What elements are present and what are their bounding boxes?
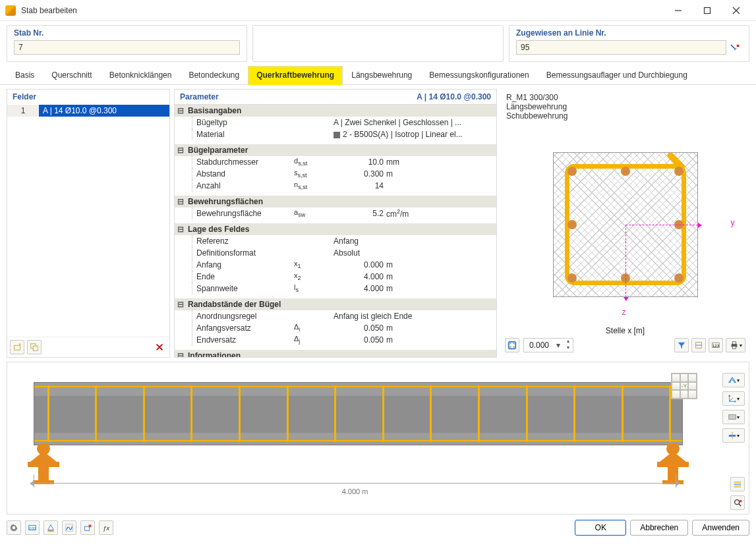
function-button[interactable]: ƒx [99,520,113,535]
axes-button[interactable]: ▾ [722,391,745,406]
delete-field-button[interactable] [152,340,167,354]
footer: 0.00 ƒx OK Abbrechen Anwenden [0,514,756,541]
param-row[interactable]: Abstandss,st0.300m [175,168,496,180]
field-row[interactable]: 1 A | 14 Ø10.0 @0.300 [7,105,169,117]
stirrup-icon [95,385,97,442]
param-row[interactable]: Material2 - B500S(A) | Isotrop | Linear … [175,128,496,140]
stab-nr-label: Stab Nr. [14,28,240,38]
dimension-line [34,483,676,484]
view-mode-button[interactable]: ▾ [722,373,745,387]
svg-rect-3 [33,346,38,350]
position-label: Stelle x [m] [505,326,745,335]
app-icon [5,5,16,16]
section-stirrup-mode-button[interactable] [505,338,519,352]
apply-button[interactable]: Anwenden [692,520,749,536]
stirrup-icon [239,385,241,442]
param-row[interactable]: BügeltypA | Zwei Schenkel | Geschlossen … [175,117,496,128]
close-button[interactable] [722,0,751,21]
section-preview-panel: R_M1 300/300 Längsbewehrung Schubbewehru… [501,89,749,358]
units-button[interactable]: 0.00 [25,520,40,535]
param-row[interactable]: ReferenzAnfang [175,235,496,247]
param-row[interactable]: DefinitionsformatAbsolut [175,247,496,259]
tab-bemessungskonfigurationen[interactable]: Bemessungskonfigurationen [421,66,537,84]
parameter-header-right: A | 14 Ø10.0 @0.300 [417,92,491,101]
ok-button[interactable]: OK [575,520,626,536]
rebar-icon [567,273,577,283]
support-left-icon [22,443,65,486]
param-row[interactable]: Bewehrungsflächeasw5.2cm2/m [175,208,496,219]
svg-rect-0 [705,7,711,13]
svg-rect-13 [732,342,736,345]
svg-point-5 [509,343,511,344]
param-section[interactable]: ⊟Bügelparameter [175,144,496,156]
stirrup-icon [430,385,432,442]
clear-results-button[interactable] [80,520,95,535]
line-nr-input[interactable] [516,40,726,55]
reset-zoom-button[interactable] [730,495,745,510]
chevron-down-icon[interactable]: ▾ [553,341,564,350]
line-nr-group: Zugewiesen an Linie Nr. [509,25,749,62]
step-down-icon[interactable]: ▾ [564,345,573,352]
print-button[interactable]: ▾ [726,338,745,352]
param-row[interactable]: Spannweitels4.000m [175,283,496,294]
stirrup-icon [478,385,480,442]
tab-querkraftbewehrung[interactable]: Querkraftbewehrung [248,66,343,85]
svg-rect-23 [729,415,736,420]
svg-text:123: 123 [712,343,720,348]
axis-y-label: y [731,218,735,227]
support-settings-button[interactable] [44,520,58,535]
filter-button[interactable] [674,338,689,352]
param-section[interactable]: ⊟Bewehrungsflächen [175,196,496,208]
result-settings-button[interactable] [62,520,76,535]
cancel-button[interactable]: Abbrechen [630,520,688,536]
tab-bemessungsauflager[interactable]: Bemessungsauflager und Durchbiegung [538,66,696,84]
copy-field-button[interactable] [27,340,42,354]
svg-rect-17 [38,467,49,482]
values-toggle-button[interactable]: 123 [709,338,723,352]
minimize-button[interactable] [664,0,693,21]
fields-header: Felder [7,90,169,105]
param-row[interactable]: EndversatzΔj0.050m [175,334,496,346]
stirrup-icon [382,385,384,442]
view-cube[interactable]: -Y [671,373,697,399]
param-section[interactable]: ⊟Randabstände der Bügel [175,298,496,310]
param-row[interactable]: Stabdurchmesserds,st10.0mm [175,156,496,168]
svg-rect-25 [734,482,741,484]
tab-querschnitt[interactable]: Querschnitt [43,66,100,84]
new-field-button[interactable] [10,340,24,354]
param-row[interactable]: Anzahlns,st14 [175,180,496,192]
parameter-grid[interactable]: ⊟BasisangabenBügeltypA | Zwei Schenkel |… [175,105,496,357]
section-plane-button[interactable]: ▾ [722,428,745,443]
svg-rect-34 [85,526,90,530]
window-title: Stab bearbeiten [21,6,664,15]
rebar-icon [567,220,577,229]
member-list-button[interactable] [730,477,745,491]
svg-point-30 [13,526,15,529]
svg-point-8 [513,346,514,347]
tab-laengsbewehrung[interactable]: Längsbewehrung [343,66,421,84]
stab-nr-input[interactable] [14,40,240,55]
tab-betonknicklaengen[interactable]: Betonknicklängen [101,66,181,84]
position-stepper[interactable]: 0.000 ▾ ▴▾ [523,338,573,352]
fields-list[interactable]: 1 A | 14 Ø10.0 @0.300 [7,105,169,337]
display-button[interactable]: ▾ [722,410,745,424]
param-row[interactable]: AnfangsversatzΔi0.050m [175,322,496,334]
param-section[interactable]: ⊟Basisangaben [175,105,496,117]
pick-line-icon[interactable] [729,43,741,55]
section-canvas[interactable]: z y [505,123,745,326]
param-section[interactable]: ⊟Informationen [175,350,496,357]
field-row-text: A | 14 Ø10.0 @0.300 [39,105,169,117]
tab-betondeckung[interactable]: Betondeckung [180,66,248,84]
param-section[interactable]: ⊟Lage des Feldes [175,223,496,235]
dimension-toggle-button[interactable] [691,338,706,352]
param-row[interactable]: AnordnungsregelAnfang ist gleich Ende [175,310,496,322]
tab-basis[interactable]: Basis [7,66,43,84]
param-row[interactable]: Endex24.000m [175,271,496,283]
help-button[interactable] [7,520,21,535]
maximize-button[interactable] [693,0,722,21]
position-value: 0.000 [524,341,553,350]
beam-view[interactable]: 4.000 m -Y ▾ ▾ ▾ ▾ [7,362,749,514]
axis-z-label: z [622,308,626,317]
svg-point-6 [513,343,514,344]
param-row[interactable]: Anfangx10.000m [175,259,496,271]
